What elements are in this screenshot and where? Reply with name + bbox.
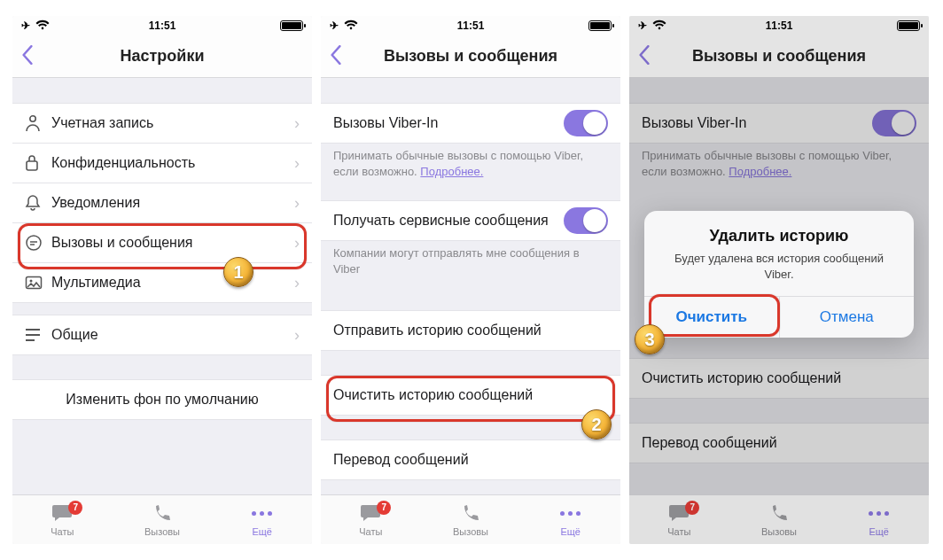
row-label: Изменить фон по умолчанию bbox=[25, 392, 300, 408]
dialog-message: Будет удалена вся история сообщений Vibe… bbox=[660, 251, 898, 282]
service-messages-description: Компании могут отправлять мне сообщения … bbox=[321, 240, 620, 285]
back-button[interactable] bbox=[328, 45, 344, 68]
tab-label: Вызовы bbox=[144, 526, 180, 537]
learn-more-link[interactable]: Подробнее. bbox=[420, 165, 483, 178]
media-icon bbox=[25, 276, 51, 290]
chevron-right-icon: › bbox=[294, 326, 300, 345]
viber-in-description: Принимать обычные вызовы с помощью Viber… bbox=[321, 143, 620, 188]
back-button[interactable] bbox=[19, 45, 35, 68]
bell-icon bbox=[25, 194, 51, 212]
row-label: Конфиденциальность bbox=[51, 155, 294, 171]
row-label: Перевод сообщений bbox=[333, 452, 608, 468]
row-service-messages[interactable]: Получать сервисные сообщения bbox=[321, 200, 620, 241]
status-bar: ✈ 11:51 bbox=[12, 16, 312, 35]
chevron-right-icon: › bbox=[294, 154, 300, 173]
status-bar: ✈ 11:51 bbox=[629, 16, 929, 35]
tab-calls[interactable]: Вызовы bbox=[113, 495, 213, 544]
row-privacy[interactable]: Конфиденциальность › bbox=[12, 143, 312, 183]
toggle-service-messages[interactable] bbox=[564, 207, 608, 234]
more-icon bbox=[252, 503, 272, 525]
battery-icon bbox=[280, 20, 303, 31]
screen-calls-messages: ✈ 11:51 Вызовы и сообщения Вызовы Viber-… bbox=[321, 16, 620, 544]
nav-bar: Вызовы и сообщения bbox=[629, 35, 929, 78]
row-label: Перевод сообщений bbox=[642, 435, 916, 451]
row-clear-history: Очистить историю сообщений bbox=[629, 358, 929, 399]
svg-point-4 bbox=[30, 280, 33, 283]
row-label: Вызовы Viber-In bbox=[642, 115, 865, 131]
status-time: 11:51 bbox=[766, 19, 793, 32]
row-clear-history[interactable]: Очистить историю сообщений bbox=[321, 375, 620, 416]
chevron-right-icon: › bbox=[294, 234, 300, 253]
calls-messages-list-dimmed: Вызовы Viber-In Принимать обычные вызовы… bbox=[629, 78, 929, 494]
tab-label: Ещё bbox=[560, 526, 581, 537]
more-icon bbox=[869, 503, 889, 525]
row-label: Получать сервисные сообщения bbox=[333, 213, 557, 229]
status-time: 11:51 bbox=[149, 19, 176, 32]
viber-in-description: Принимать обычные вызовы с помощью Viber… bbox=[629, 143, 929, 188]
tab-label: Ещё bbox=[252, 526, 272, 537]
svg-point-0 bbox=[30, 116, 35, 121]
phone-icon bbox=[152, 503, 173, 525]
page-title: Вызовы и сообщения bbox=[692, 47, 866, 66]
airplane-icon: ✈ bbox=[330, 19, 339, 32]
dialog-confirm-button[interactable]: Очистить bbox=[644, 297, 779, 338]
page-title: Настройки bbox=[121, 47, 205, 66]
row-change-background[interactable]: Изменить фон по умолчанию bbox=[12, 379, 312, 420]
step-badge-1: 1 bbox=[223, 257, 253, 287]
row-calls-messages[interactable]: Вызовы и сообщения › bbox=[12, 222, 312, 263]
user-icon bbox=[25, 114, 51, 132]
row-send-history[interactable]: Отправить историю сообщений bbox=[321, 310, 620, 351]
tab-chats[interactable]: 7 Чаты bbox=[12, 495, 113, 544]
confirm-dialog: Удалить историю Будет удалена вся истори… bbox=[644, 211, 914, 338]
toggle-viber-in[interactable] bbox=[564, 110, 608, 136]
row-account[interactable]: Учетная запись › bbox=[12, 103, 312, 144]
airplane-icon: ✈ bbox=[638, 19, 647, 32]
row-label: Вызовы Viber-In bbox=[333, 115, 557, 131]
wifi-icon bbox=[344, 19, 358, 33]
status-bar: ✈ 11:51 bbox=[321, 16, 620, 35]
svg-point-2 bbox=[27, 236, 41, 250]
wifi-icon bbox=[35, 19, 50, 33]
tab-label: Вызовы bbox=[761, 526, 797, 537]
row-label: Отправить историю сообщений bbox=[333, 323, 608, 338]
dialog-title: Удалить историю bbox=[660, 227, 898, 245]
tab-calls[interactable]: Вызовы bbox=[421, 495, 521, 544]
calls-messages-list: Вызовы Viber-In Принимать обычные вызовы… bbox=[321, 78, 620, 494]
step-badge-2: 2 bbox=[581, 409, 612, 439]
tab-bar: 7 Чаты Вызовы Ещё bbox=[629, 494, 929, 544]
nav-bar: Настройки bbox=[12, 35, 312, 78]
page-title: Вызовы и сообщения bbox=[384, 47, 557, 66]
back-button[interactable] bbox=[636, 45, 652, 68]
row-label: Вызовы и сообщения bbox=[51, 235, 294, 251]
row-notifications[interactable]: Уведомления › bbox=[12, 183, 312, 223]
step-badge-3: 3 bbox=[635, 324, 665, 354]
row-translate[interactable]: Перевод сообщений bbox=[321, 439, 620, 480]
unread-badge: 7 bbox=[685, 501, 699, 515]
tab-more[interactable]: Ещё bbox=[829, 495, 929, 544]
dialog-cancel-button[interactable]: Отмена bbox=[779, 297, 915, 338]
tab-more[interactable]: Ещё bbox=[212, 495, 312, 544]
row-label: Очистить историю сообщений bbox=[642, 370, 916, 386]
tab-bar: 7 Чаты Вызовы Ещё bbox=[321, 494, 620, 544]
chevron-right-icon: › bbox=[294, 194, 300, 213]
unread-badge: 7 bbox=[68, 501, 82, 515]
row-media[interactable]: Мультимедиа › bbox=[12, 262, 312, 303]
row-general[interactable]: Общие › bbox=[12, 315, 312, 355]
tab-more[interactable]: Ещё bbox=[520, 495, 620, 544]
tab-label: Чаты bbox=[51, 526, 74, 537]
chevron-right-icon: › bbox=[294, 114, 300, 133]
row-viber-in[interactable]: Вызовы Viber-In bbox=[321, 103, 620, 144]
nav-bar: Вызовы и сообщения bbox=[321, 35, 620, 78]
airplane-icon: ✈ bbox=[21, 19, 30, 32]
tab-chats[interactable]: 7 Чаты bbox=[629, 495, 729, 544]
row-label: Уведомления bbox=[51, 195, 294, 211]
tab-chats[interactable]: 7 Чаты bbox=[321, 495, 421, 544]
toggle-viber-in bbox=[872, 110, 916, 136]
list-icon bbox=[25, 329, 51, 341]
screen-settings: ✈ 11:51 Настройки Учетная запись › bbox=[12, 16, 312, 544]
status-time: 11:51 bbox=[457, 19, 485, 32]
lock-icon bbox=[25, 154, 51, 172]
row-viber-in: Вызовы Viber-In bbox=[629, 103, 929, 144]
tab-calls[interactable]: Вызовы bbox=[729, 495, 830, 544]
row-label: Очистить историю сообщений bbox=[333, 387, 608, 403]
